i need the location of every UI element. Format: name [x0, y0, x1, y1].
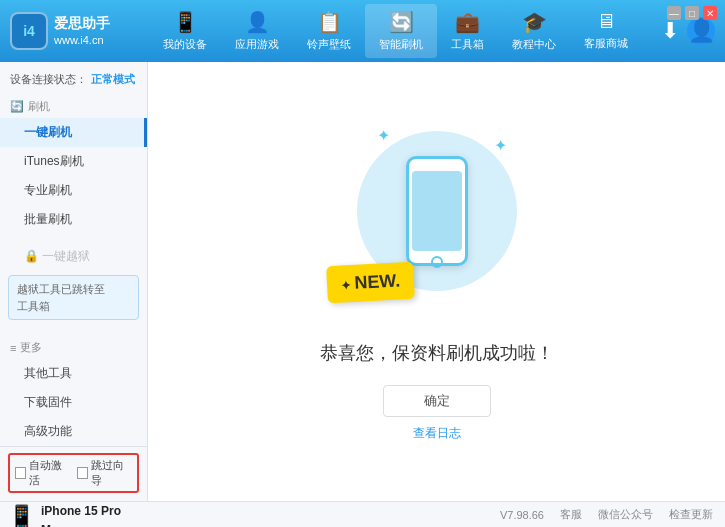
success-message: 恭喜您，保资料刷机成功啦！: [320, 341, 554, 365]
nav-service[interactable]: 🖥 客服商城: [570, 4, 642, 58]
service-icon: 🖥: [596, 10, 616, 33]
flash-icon: 🔄: [389, 10, 414, 34]
notice-box: 越狱工具已跳转至 工具箱: [8, 275, 139, 320]
window-controls: — □ ✕: [667, 6, 717, 20]
view-log-link[interactable]: 查看日志: [413, 425, 461, 442]
logo-text: 爱思助手 www.i4.cn: [54, 14, 110, 49]
sidebar-item-jailbreak: 🔒一键越狱: [0, 242, 147, 271]
flash-section-header: 🔄 刷机: [0, 95, 147, 118]
phone-body: [406, 156, 468, 266]
main-layout: 设备连接状态： 正常模式 🔄 刷机 一键刷机 iTunes刷机 专业刷机 批量刷…: [0, 62, 725, 501]
status-bar: 设备连接状态： 正常模式: [0, 66, 147, 93]
phone-icon: 📱: [173, 10, 198, 34]
phone-screen: [412, 171, 462, 251]
footer-right: V7.98.66 客服 微信公众号 检查更新: [500, 507, 713, 522]
phone-home-button: [431, 256, 443, 268]
sparkle-icon-2: ✦: [494, 136, 507, 155]
new-badge: NEW.: [326, 262, 415, 304]
sidebar-item-itunes-flash[interactable]: iTunes刷机: [0, 147, 147, 176]
sidebar-item-download-firmware[interactable]: 下载固件: [0, 388, 147, 417]
more-icon: ≡: [10, 342, 16, 354]
flash-section-icon: 🔄: [10, 100, 24, 113]
sidebar-item-advanced[interactable]: 高级功能: [0, 417, 147, 446]
logo-icon: i4: [10, 12, 48, 50]
auto-options-box: 自动激活 跳过向导: [8, 453, 139, 493]
main-content: ✦ ✦ NEW. 恭喜您，保资料刷机成功啦！ 确定 查看日志: [148, 62, 725, 501]
close-button[interactable]: ✕: [703, 6, 717, 20]
minimize-button[interactable]: —: [667, 6, 681, 20]
nav-app-games[interactable]: 👤 应用游戏: [221, 4, 293, 58]
user-button[interactable]: 👤: [687, 17, 715, 45]
sidebar-item-other-tools[interactable]: 其他工具: [0, 359, 147, 388]
more-section-header: ≡ 更多: [0, 336, 147, 359]
auto-guide-option[interactable]: 跳过向导: [77, 458, 133, 488]
sidebar-bottom: 自动激活 跳过向导 📱 iPhone 15 Pro Max 512GB iPho…: [0, 446, 147, 527]
apps-icon: 👤: [245, 10, 270, 34]
maximize-button[interactable]: □: [685, 6, 699, 20]
auto-activate-checkbox[interactable]: [15, 467, 26, 479]
ringtone-icon: 📋: [317, 10, 342, 34]
device-info: 📱 iPhone 15 Pro Max 512GB iPhone: [8, 499, 139, 527]
nav-ringtone[interactable]: 📋 铃声壁纸: [293, 4, 365, 58]
nav-my-device[interactable]: 📱 我的设备: [149, 4, 221, 58]
toolbox-icon: 💼: [455, 10, 480, 34]
auto-activate-option[interactable]: 自动激活: [15, 458, 71, 488]
footer-wechat[interactable]: 微信公众号: [598, 507, 653, 522]
confirm-button[interactable]: 确定: [383, 385, 491, 417]
sidebar-item-batch-flash[interactable]: 批量刷机: [0, 205, 147, 234]
header-right: ⬇ 👤: [661, 17, 715, 45]
header: i4 爱思助手 www.i4.cn 📱 我的设备 👤 应用游戏 📋 铃声壁纸 🔄: [0, 0, 725, 62]
auto-guide-checkbox[interactable]: [77, 467, 88, 479]
device-phone-icon: 📱: [8, 504, 35, 527]
sidebar-item-one-click-flash[interactable]: 一键刷机: [0, 118, 147, 147]
footer-check-update[interactable]: 检查更新: [669, 507, 713, 522]
sparkle-icon-1: ✦: [377, 126, 390, 145]
footer-customer-service[interactable]: 客服: [560, 507, 582, 522]
tutorial-icon: 🎓: [522, 10, 547, 34]
download-button[interactable]: ⬇: [661, 18, 679, 44]
sidebar-item-pro-flash[interactable]: 专业刷机: [0, 176, 147, 205]
logo: i4 爱思助手 www.i4.cn: [10, 12, 130, 50]
nav-tutorial[interactable]: 🎓 教程中心: [498, 4, 570, 58]
device-details: iPhone 15 Pro Max 512GB iPhone: [41, 502, 139, 527]
nav-smart-flash[interactable]: 🔄 智能刷机: [365, 4, 437, 58]
phone-illustration: ✦ ✦ NEW.: [347, 121, 527, 321]
sidebar: 设备连接状态： 正常模式 🔄 刷机 一键刷机 iTunes刷机 专业刷机 批量刷…: [0, 62, 148, 501]
nav-bar: 📱 我的设备 👤 应用游戏 📋 铃声壁纸 🔄 智能刷机 💼 工具箱 🎓: [130, 4, 661, 58]
nav-toolbox[interactable]: 💼 工具箱: [437, 4, 498, 58]
flash-section: 🔄 刷机 一键刷机 iTunes刷机 专业刷机 批量刷机: [0, 95, 147, 234]
